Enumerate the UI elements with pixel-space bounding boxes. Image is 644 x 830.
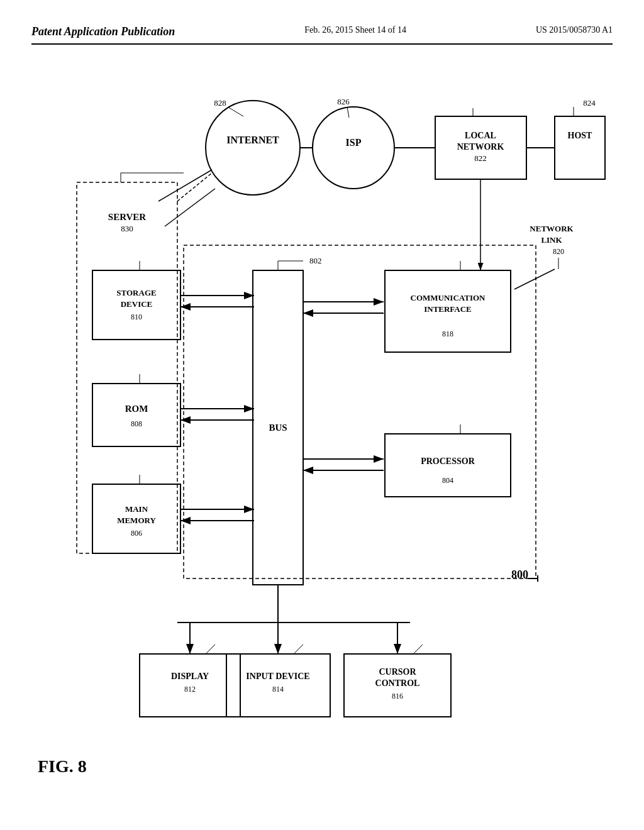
cursor-label: CURSOR	[379, 667, 416, 677]
internet-ref: 828	[214, 98, 226, 108]
network-link-label2: LINK	[541, 235, 562, 245]
internet-label: INTERNET	[226, 135, 279, 145]
comm-label: COMMUNICATION	[411, 293, 486, 302]
storage-label2: DEVICE	[121, 299, 153, 309]
svg-point-7	[313, 107, 394, 189]
input-label: INPUT DEVICE	[246, 672, 309, 681]
server-ref: 830	[121, 224, 133, 233]
cursor-ref: 816	[392, 692, 403, 700]
computer-ref: 800	[511, 568, 528, 581]
header-right: US 2015/0058730 A1	[536, 25, 613, 35]
local-network-ref: 822	[474, 153, 487, 163]
svg-rect-24	[92, 384, 180, 446]
display-ref: 812	[184, 685, 196, 694]
rom-label: ROM	[125, 404, 148, 414]
host-label: HOST	[568, 131, 593, 140]
server-label: SERVER	[108, 212, 146, 222]
storage-ref: 810	[131, 313, 142, 321]
processor-ref: 804	[442, 476, 453, 485]
header-center: Feb. 26, 2015 Sheet 14 of 14	[304, 25, 406, 35]
network-link-label: NETWORK	[530, 224, 574, 233]
display-label: DISPLAY	[171, 672, 209, 681]
diagram-svg: INTERNET 828 ISP 826 LOCAL NETWORK 822 H…	[50, 75, 619, 792]
storage-label: STORAGE	[116, 288, 156, 297]
local-network-label2: NETWORK	[457, 142, 504, 152]
local-network-label: LOCAL	[465, 131, 496, 140]
cursor-label2: CONTROL	[375, 678, 420, 688]
input-ref: 814	[272, 685, 284, 694]
svg-line-6	[228, 107, 243, 116]
diagram-area: INTERNET 828 ISP 826 LOCAL NETWORK 822 H…	[50, 75, 619, 792]
memory-label2: MEMORY	[117, 516, 156, 525]
svg-line-8	[347, 107, 349, 118]
comm-ref: 818	[442, 329, 453, 338]
memory-ref: 806	[131, 529, 142, 538]
host-ref: 824	[583, 98, 596, 108]
header-title: Patent Application Publication	[31, 25, 175, 38]
rom-ref: 808	[131, 419, 142, 428]
processor-label: PROCESSOR	[421, 456, 475, 466]
page: Patent Application Publication Feb. 26, …	[0, 0, 644, 830]
isp-label: ISP	[346, 137, 362, 148]
memory-label: MAIN	[125, 504, 148, 514]
network-link-ref: 820	[553, 247, 564, 256]
svg-line-59	[413, 645, 423, 654]
page-header: Patent Application Publication Feb. 26, …	[31, 25, 613, 45]
comm-label2: INTERFACE	[424, 304, 472, 314]
svg-line-57	[294, 645, 303, 654]
bus-label: BUS	[269, 423, 287, 433]
bus-ref: 802	[309, 256, 322, 265]
isp-ref: 826	[337, 97, 350, 106]
svg-line-36	[514, 269, 555, 289]
svg-line-61	[165, 189, 215, 226]
svg-rect-12	[555, 116, 605, 179]
svg-line-55	[206, 645, 215, 654]
svg-point-5	[206, 101, 300, 195]
